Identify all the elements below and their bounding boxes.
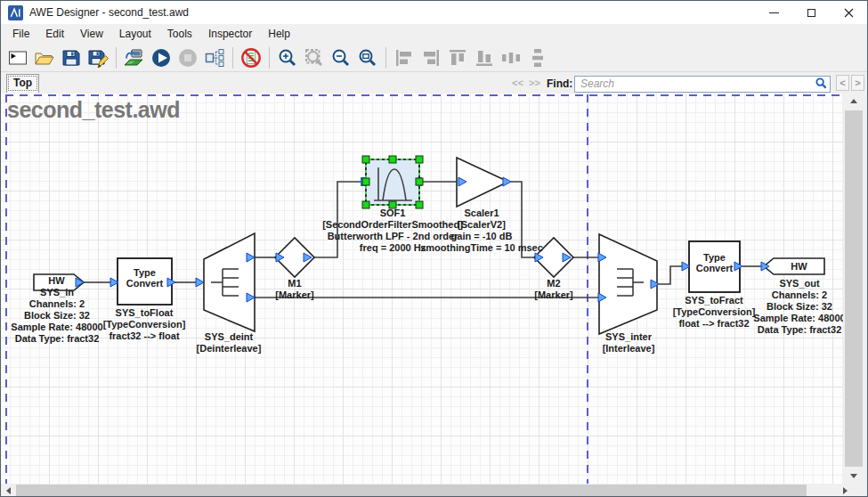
- vertical-scrollbar[interactable]: [843, 94, 864, 484]
- menu-tools[interactable]: Tools: [159, 25, 200, 43]
- scroll-left-icon: [6, 487, 11, 494]
- block-caption-m2: M2[Marker]: [509, 278, 598, 301]
- menu-view[interactable]: View: [72, 25, 111, 43]
- zoom-to-fit-button[interactable]: [355, 45, 380, 70]
- menu-edit[interactable]: Edit: [37, 25, 72, 43]
- zoom-to-selection-button[interactable]: [302, 45, 327, 70]
- diagram-layer: [1, 94, 843, 484]
- align-bottom-icon: [474, 47, 495, 69]
- menu-file[interactable]: File: [4, 25, 37, 43]
- scroll-up-icon: [850, 99, 857, 103]
- scrollbar-corner: [854, 484, 868, 497]
- run-button[interactable]: [149, 45, 174, 70]
- find-label: Find:: [547, 77, 572, 90]
- menu-layout[interactable]: Layout: [111, 25, 159, 43]
- close-icon: [844, 8, 854, 18]
- save-button[interactable]: [59, 45, 84, 70]
- zoom-to-selection-icon: [304, 47, 325, 69]
- toolbar: [1, 44, 867, 72]
- search-icon[interactable]: [815, 77, 827, 89]
- design-canvas[interactable]: second_test.awd: [1, 94, 843, 484]
- new-icon: [7, 47, 28, 69]
- profiling-disabled-icon: [240, 47, 262, 69]
- block-sys-deint[interactable]: [204, 233, 255, 331]
- output-pin[interactable]: [503, 177, 511, 186]
- distribute-vertical-icon: [527, 47, 548, 69]
- toolbar-separator: [269, 47, 270, 69]
- maximize-icon: [807, 9, 815, 17]
- scroll-down-icon: [850, 474, 857, 478]
- connect-to-target-button[interactable]: [122, 45, 147, 70]
- block-caption-sys-deint: SYS_deint[Deinterleave]: [175, 331, 282, 354]
- save-as-icon: [87, 47, 109, 69]
- tab-top[interactable]: Top: [6, 74, 39, 93]
- block-shape-label: Type Convert: [689, 252, 740, 273]
- profiling-disabled-button[interactable]: [239, 45, 264, 70]
- block-caption-m1: M1[Marker]: [250, 278, 339, 301]
- align-left-icon: [393, 47, 415, 69]
- stop-icon: [177, 47, 199, 69]
- scroll-up-button[interactable]: [845, 94, 863, 109]
- close-button[interactable]: [830, 1, 867, 24]
- toolbar-separator: [232, 47, 233, 69]
- align-right-icon: [420, 47, 442, 69]
- input-pin[interactable]: [196, 278, 204, 287]
- align-top-button[interactable]: [445, 45, 470, 70]
- result-prev-button[interactable]: <: [836, 75, 849, 91]
- propagate-changes-icon: [204, 47, 225, 69]
- scroll-right-icon: [843, 487, 848, 494]
- wire-inter-tofract: [659, 266, 684, 284]
- search-input[interactable]: [574, 76, 831, 93]
- new-button[interactable]: [5, 45, 30, 70]
- zoom-in-icon: [277, 47, 298, 69]
- open-button[interactable]: [32, 45, 57, 70]
- align-bottom-button[interactable]: [472, 45, 497, 70]
- toolbar-separator: [116, 47, 117, 69]
- zoom-to-fit-icon: [357, 47, 378, 69]
- app-window: AWE Designer - second_test.awd File Edit…: [0, 0, 868, 497]
- result-next-button[interactable]: >: [851, 75, 864, 91]
- history-forward-button[interactable]: >>: [527, 76, 542, 90]
- horizontal-scroll-thumb[interactable]: [16, 485, 807, 497]
- block-sof1-selected[interactable]: [361, 156, 423, 208]
- scroll-left-button[interactable]: [1, 484, 16, 497]
- connect-to-target-icon: [124, 47, 145, 69]
- app-icon: [8, 5, 23, 20]
- zoom-out-icon: [330, 47, 352, 69]
- save-icon: [61, 47, 82, 69]
- save-as-button[interactable]: [85, 45, 110, 70]
- stop-button[interactable]: [175, 45, 200, 70]
- distribute-horizontal-icon: [500, 47, 522, 69]
- minimize-button[interactable]: [755, 1, 792, 24]
- nav-bar: Top << >> Find: < >: [1, 72, 867, 94]
- scroll-down-button[interactable]: [845, 468, 863, 484]
- distribute-horizontal-button[interactable]: [499, 45, 523, 70]
- zoom-out-button[interactable]: [329, 45, 353, 70]
- menu-bar: File Edit View Layout Tools Inspector He…: [1, 24, 867, 44]
- scroll-right-button[interactable]: [838, 484, 853, 497]
- block-shape-label: HW: [774, 258, 824, 274]
- align-left-button[interactable]: [392, 45, 417, 70]
- block-caption-scaler1: Scaler1[ScalerV2] gain = -10 dBsmoothing…: [402, 208, 562, 254]
- menu-inspector[interactable]: Inspector: [200, 25, 260, 43]
- block-shape-label: Type Convert: [118, 267, 172, 289]
- history-back-button[interactable]: <<: [510, 76, 525, 90]
- minimize-icon: [769, 12, 779, 13]
- menu-help[interactable]: Help: [260, 25, 298, 43]
- block-sys-inter[interactable]: [599, 234, 657, 334]
- window-title: AWE Designer - second_test.awd: [29, 6, 189, 19]
- propagate-changes-button[interactable]: [202, 45, 227, 70]
- title-bar: AWE Designer - second_test.awd: [1, 1, 867, 24]
- zoom-in-button[interactable]: [275, 45, 300, 70]
- block-caption-sys-out: SYS_outChannels: 2 Block Size: 32Sample …: [746, 278, 843, 336]
- align-top-icon: [447, 47, 468, 69]
- toolbar-separator: [385, 47, 386, 69]
- maximize-button[interactable]: [792, 1, 830, 24]
- vertical-scroll-thumb[interactable]: [845, 110, 863, 467]
- block-caption-sys-inter: SYS_inter[Interleave]: [584, 331, 673, 354]
- run-icon: [150, 47, 172, 69]
- open-icon: [34, 47, 55, 69]
- distribute-vertical-button[interactable]: [525, 45, 550, 70]
- align-right-button[interactable]: [418, 45, 443, 70]
- horizontal-scrollbar[interactable]: [1, 484, 854, 497]
